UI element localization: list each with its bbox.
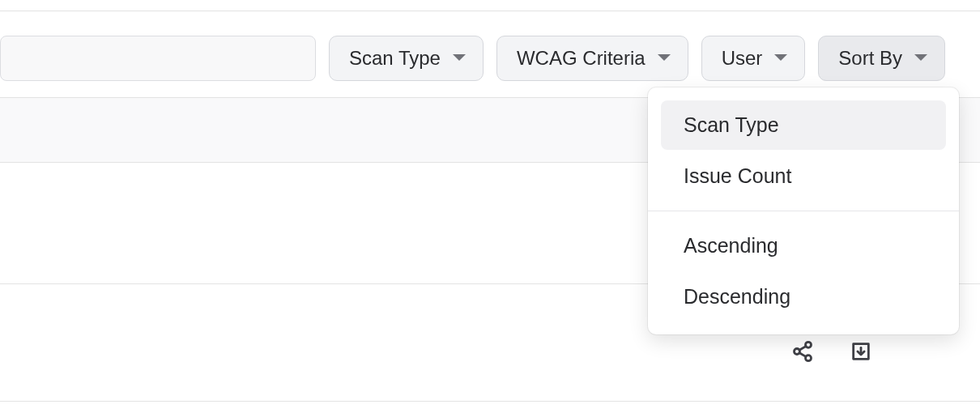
sort-direction-descending[interactable]: Descending <box>661 272 946 321</box>
scan-type-filter-label: Scan Type <box>349 47 441 70</box>
chevron-down-icon <box>914 51 928 66</box>
sort-direction-label: Ascending <box>684 234 778 257</box>
chevron-down-icon <box>452 51 467 66</box>
chevron-down-icon <box>657 51 671 66</box>
chevron-down-icon <box>773 51 788 66</box>
download-icon[interactable] <box>848 338 874 364</box>
sort-option-scan-type[interactable]: Scan Type <box>661 100 946 150</box>
scan-type-filter[interactable]: Scan Type <box>329 36 484 81</box>
svg-line-3 <box>799 347 806 351</box>
user-filter[interactable]: User <box>701 36 806 81</box>
sort-direction-section: Ascending Descending <box>648 221 959 321</box>
sort-direction-ascending[interactable]: Ascending <box>661 221 946 270</box>
dropdown-divider <box>648 211 959 211</box>
sort-option-issue-count[interactable]: Issue Count <box>661 151 946 201</box>
sort-field-section: Scan Type Issue Count <box>648 100 959 201</box>
row-actions <box>790 338 874 364</box>
sort-by-filter[interactable]: Sort By <box>818 36 945 81</box>
share-icon[interactable] <box>790 338 816 364</box>
sort-option-label: Issue Count <box>684 164 791 187</box>
user-filter-label: User <box>722 47 763 70</box>
sort-option-label: Scan Type <box>684 113 779 136</box>
top-border-area <box>0 0 980 11</box>
search-input[interactable] <box>0 36 316 81</box>
wcag-criteria-filter[interactable]: WCAG Criteria <box>496 36 688 81</box>
sort-direction-label: Descending <box>684 285 790 308</box>
sort-by-dropdown: Scan Type Issue Count Ascending Descendi… <box>648 87 959 334</box>
wcag-criteria-filter-label: WCAG Criteria <box>517 47 646 70</box>
filter-bar: Scan Type WCAG Criteria User Sort By <box>0 11 980 97</box>
svg-line-4 <box>799 353 806 357</box>
sort-by-filter-label: Sort By <box>838 47 902 70</box>
